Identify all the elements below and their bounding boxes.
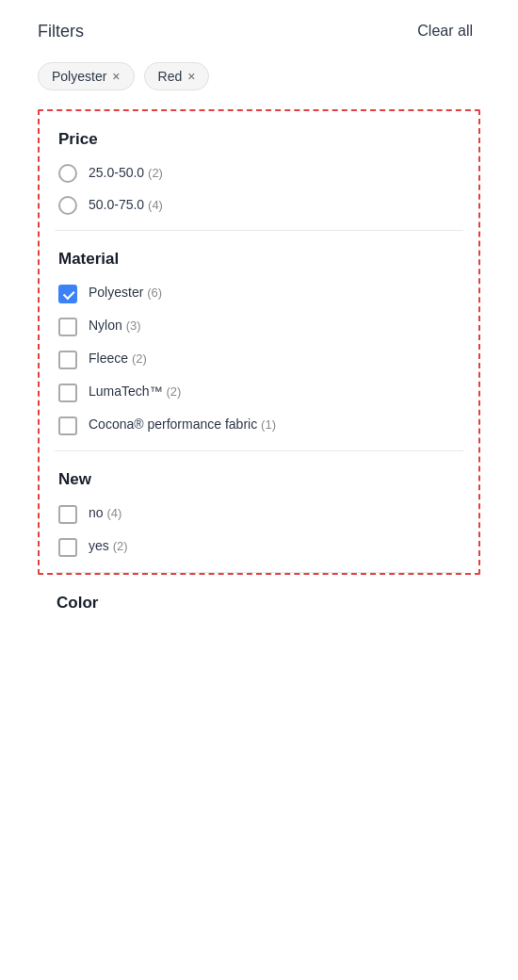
price-label-50-75: 50.0-75.0 (4) bbox=[89, 196, 163, 215]
radio-50-75[interactable] bbox=[58, 196, 77, 215]
filter-tag-label: Polyester bbox=[52, 69, 106, 84]
new-option-no[interactable]: no (4) bbox=[58, 504, 460, 524]
color-section-title: Color bbox=[57, 594, 461, 612]
material-section: Material Polyester (6) Nylon (3) Fleece … bbox=[40, 231, 478, 450]
material-section-title: Material bbox=[58, 250, 460, 269]
checkbox-lumatech[interactable] bbox=[58, 384, 77, 402]
new-option-yes[interactable]: yes (2) bbox=[58, 537, 460, 557]
material-option-fleece[interactable]: Fleece (2) bbox=[58, 350, 460, 369]
radio-25-50[interactable] bbox=[58, 164, 77, 183]
material-option-lumatech[interactable]: LumaTech™ (2) bbox=[58, 383, 460, 402]
material-label-polyester: Polyester (6) bbox=[89, 284, 162, 302]
material-label-lumatech: LumaTech™ (2) bbox=[89, 383, 181, 401]
new-label-no: no (4) bbox=[89, 504, 121, 523]
checkbox-yes[interactable] bbox=[58, 538, 77, 557]
material-label-fleece: Fleece (2) bbox=[89, 350, 147, 368]
price-label-25-50: 25.0-50.0 (2) bbox=[89, 164, 163, 183]
checkbox-no[interactable] bbox=[58, 505, 77, 524]
active-filters-row: Polyester × Red × bbox=[38, 62, 480, 90]
new-section: New no (4) yes (2) bbox=[40, 451, 478, 572]
checkbox-fleece[interactable] bbox=[58, 351, 77, 369]
filter-tag-label: Red bbox=[158, 69, 183, 84]
checkbox-nylon[interactable] bbox=[58, 318, 77, 336]
color-section: Color bbox=[38, 575, 480, 612]
new-color-divider bbox=[55, 572, 463, 573]
material-label-nylon: Nylon (3) bbox=[89, 317, 141, 335]
price-option-25-50[interactable]: 25.0-50.0 (2) bbox=[58, 164, 460, 183]
new-label-yes: yes (2) bbox=[89, 537, 128, 556]
clear-all-button[interactable]: Clear all bbox=[410, 19, 480, 43]
filter-tag-remove-polyester[interactable]: × bbox=[112, 70, 120, 83]
material-option-cocona[interactable]: Cocona® performance fabric (1) bbox=[58, 416, 460, 435]
checkbox-polyester[interactable] bbox=[58, 285, 77, 303]
filter-tag-red[interactable]: Red × bbox=[144, 62, 210, 90]
price-option-50-75[interactable]: 50.0-75.0 (4) bbox=[58, 196, 460, 215]
checkbox-cocona[interactable] bbox=[58, 416, 77, 435]
price-options: 25.0-50.0 (2) 50.0-75.0 (4) bbox=[58, 164, 460, 215]
new-section-title: New bbox=[58, 470, 460, 489]
price-section: Price 25.0-50.0 (2) 50.0-75.0 (4) bbox=[40, 111, 478, 230]
filters-header: Filters Clear all bbox=[38, 19, 480, 43]
price-section-title: Price bbox=[58, 130, 460, 149]
material-options: Polyester (6) Nylon (3) Fleece (2) LumaT… bbox=[58, 284, 460, 435]
filter-sections-box: Price 25.0-50.0 (2) 50.0-75.0 (4) Materi… bbox=[38, 109, 480, 575]
filter-tag-polyester[interactable]: Polyester × bbox=[38, 62, 135, 90]
material-option-polyester[interactable]: Polyester (6) bbox=[58, 284, 460, 303]
filters-panel: Filters Clear all Polyester × Red × Pric… bbox=[0, 0, 518, 646]
filter-tag-remove-red[interactable]: × bbox=[187, 70, 195, 83]
material-option-nylon[interactable]: Nylon (3) bbox=[58, 317, 460, 336]
new-options: no (4) yes (2) bbox=[58, 504, 460, 557]
material-label-cocona: Cocona® performance fabric (1) bbox=[89, 416, 276, 434]
filters-title: Filters bbox=[38, 22, 84, 41]
